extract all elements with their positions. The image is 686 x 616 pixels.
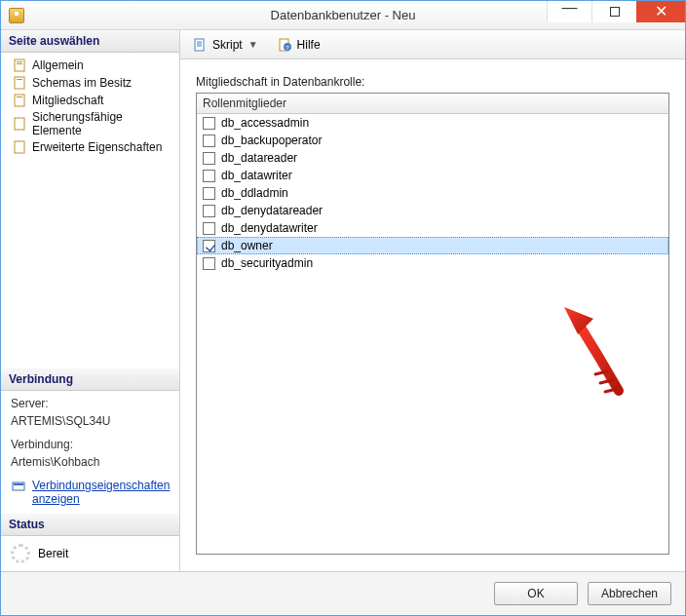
role-row[interactable]: db_datawriter	[197, 167, 668, 184]
roles-group-label: Mitgliedschaft in Datenbankrolle:	[196, 75, 669, 89]
page-icon	[13, 116, 28, 132]
page-nav: Allgemein Schemas im Besitz Mitgliedscha…	[1, 53, 179, 160]
role-row[interactable]: db_securityadmin	[197, 254, 668, 272]
help-icon: ?	[278, 37, 293, 53]
nav-item-erweitert[interactable]: Erweiterte Eigenschaften	[3, 138, 177, 156]
titlebar: Datenbankbenutzer - Neu — ✕	[1, 1, 685, 30]
chevron-down-icon: ▼	[247, 39, 260, 50]
page-icon	[13, 58, 28, 73]
connection-panel: Server: ARTEMIS\SQL34U Verbindung: Artem…	[1, 391, 179, 514]
window-buttons: — ✕	[547, 1, 685, 29]
help-button[interactable]: ? Hilfe	[271, 34, 327, 56]
svg-rect-7	[15, 118, 24, 130]
svg-rect-0	[15, 59, 24, 71]
page-icon	[13, 139, 28, 155]
role-row[interactable]: db_datareader	[197, 149, 668, 167]
minimize-button[interactable]: —	[547, 1, 591, 22]
svg-rect-5	[15, 95, 24, 106]
nav-label: Allgemein	[32, 58, 84, 72]
role-label: db_denydatareader	[221, 204, 323, 217]
toolbar: Skript ▼ ? Hilfe	[180, 30, 685, 59]
role-checkbox[interactable]	[203, 240, 215, 252]
role-label: db_datareader	[221, 151, 297, 165]
script-label: Skript	[212, 38, 243, 52]
page-icon	[13, 75, 28, 91]
nav-label: Sicherungsfähige Elemente	[32, 110, 173, 137]
ok-button[interactable]: OK	[494, 582, 578, 605]
role-label: db_ddladmin	[221, 186, 288, 200]
svg-rect-6	[17, 96, 22, 97]
select-page-header: Seite auswählen	[1, 30, 179, 53]
status-value: Bereit	[38, 547, 68, 560]
dialog-footer: OK Abbrechen	[1, 571, 685, 614]
server-label: Server:	[1, 391, 179, 412]
role-label: db_securityadmin	[221, 256, 313, 270]
nav-label: Erweiterte Eigenschaften	[32, 140, 162, 154]
connection-value: Artemis\Kohbach	[1, 453, 179, 473]
script-icon	[193, 37, 209, 53]
svg-rect-4	[17, 79, 22, 80]
status-row: Bereit	[1, 536, 179, 571]
nav-item-schemas[interactable]: Schemas im Besitz	[3, 74, 177, 92]
role-checkbox[interactable]	[203, 170, 215, 182]
role-row[interactable]: db_ddladmin	[197, 184, 668, 202]
role-checkbox[interactable]	[203, 222, 215, 235]
nav-label: Schemas im Besitz	[32, 76, 132, 90]
nav-label: Mitgliedschaft	[32, 94, 103, 107]
svg-rect-8	[15, 141, 24, 153]
svg-rect-1	[17, 61, 22, 62]
app-icon	[9, 8, 24, 23]
maximize-button[interactable]	[591, 1, 636, 22]
help-label: Hilfe	[297, 38, 321, 52]
properties-icon	[11, 479, 26, 494]
server-value: ARTEMIS\SQL34U	[1, 412, 179, 432]
role-checkbox[interactable]	[203, 152, 215, 165]
role-row[interactable]: db_denydatareader	[197, 202, 668, 219]
connection-header: Verbindung	[1, 368, 179, 391]
role-row[interactable]: db_denydatawriter	[197, 219, 668, 237]
connection-label: Verbindung:	[1, 432, 179, 453]
role-checkbox[interactable]	[203, 135, 215, 147]
role-checkbox[interactable]	[203, 257, 215, 270]
script-button[interactable]: Skript ▼	[186, 34, 267, 56]
nav-item-sicherung[interactable]: Sicherungsfähige Elemente	[3, 109, 177, 138]
roles-listbox[interactable]: Rollenmitglieder db_accessadmindb_backup…	[196, 93, 669, 555]
role-row[interactable]: db_accessadmin	[197, 114, 668, 132]
connection-properties-link[interactable]: Verbindungseigenschaften anzeigen	[32, 479, 170, 506]
close-button[interactable]: ✕	[636, 1, 685, 22]
status-spinner-icon	[11, 544, 30, 563]
svg-rect-10	[14, 483, 23, 485]
svg-rect-2	[17, 63, 22, 64]
role-label: db_datawriter	[221, 169, 292, 182]
role-checkbox[interactable]	[203, 187, 215, 200]
main-panel: Skript ▼ ? Hilfe Mitgliedschaft in Daten…	[180, 30, 685, 571]
role-row[interactable]: db_backupoperator	[197, 132, 668, 149]
role-checkbox[interactable]	[203, 205, 215, 217]
nav-item-allgemein[interactable]: Allgemein	[3, 57, 177, 74]
svg-rect-11	[195, 39, 204, 51]
cancel-button[interactable]: Abbrechen	[588, 582, 671, 605]
svg-rect-3	[15, 77, 24, 89]
role-checkbox[interactable]	[203, 117, 215, 130]
role-label: db_denydatawriter	[221, 221, 318, 235]
roles-column-header[interactable]: Rollenmitglieder	[197, 94, 668, 114]
sidebar: Seite auswählen Allgemein Schemas im Bes…	[1, 30, 180, 571]
page-icon	[13, 93, 28, 108]
status-header: Status	[1, 514, 179, 536]
role-label: db_owner	[221, 239, 273, 252]
role-label: db_accessadmin	[221, 116, 309, 130]
role-label: db_backupoperator	[221, 134, 322, 147]
nav-item-mitgliedschaft[interactable]: Mitgliedschaft	[3, 92, 177, 109]
role-row[interactable]: db_owner	[197, 237, 668, 254]
